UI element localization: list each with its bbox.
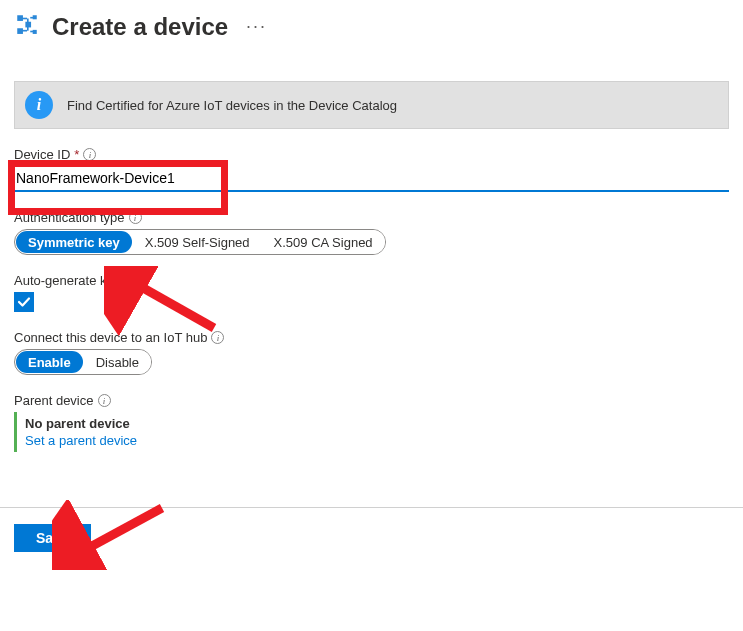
autogen-label: Auto-generate keys: [14, 273, 127, 288]
required-mark: *: [74, 147, 79, 162]
auth-option-x509-self-signed[interactable]: X.509 Self-Signed: [133, 230, 262, 254]
connect-hub-label: Connect this device to an IoT hub: [14, 330, 207, 345]
auth-type-field: Authentication type i Symmetric key X.50…: [14, 210, 729, 255]
parent-none-text: No parent device: [25, 416, 729, 431]
connect-hub-label-row: Connect this device to an IoT hub i: [14, 330, 729, 345]
info-icon: i: [25, 91, 53, 119]
svg-rect-5: [22, 18, 27, 20]
parent-label: Parent device: [14, 393, 94, 408]
footer-separator: [0, 507, 743, 508]
svg-rect-0: [17, 15, 23, 21]
autogen-field: Auto-generate keys i: [14, 273, 729, 312]
device-id-field: Device ID * i: [14, 147, 729, 192]
svg-rect-8: [30, 31, 33, 33]
title-row: Create a device ···: [14, 12, 729, 41]
svg-rect-1: [25, 22, 31, 28]
parent-label-row: Parent device i: [14, 393, 729, 408]
iot-device-icon: [14, 12, 40, 41]
save-button[interactable]: Save: [14, 524, 91, 552]
info-banner-text: Find Certified for Azure IoT devices in …: [63, 84, 409, 127]
more-actions-button[interactable]: ···: [240, 16, 273, 37]
info-icon-wrap: i: [15, 82, 63, 128]
info-hint-icon[interactable]: i: [211, 331, 224, 344]
svg-rect-6: [22, 30, 27, 32]
info-hint-icon[interactable]: i: [98, 394, 111, 407]
info-hint-icon[interactable]: i: [131, 274, 144, 287]
parent-box: No parent device Set a parent device: [14, 412, 729, 452]
set-parent-device-link[interactable]: Set a parent device: [25, 433, 729, 448]
info-hint-icon[interactable]: i: [129, 211, 142, 224]
auth-option-symmetric-key[interactable]: Symmetric key: [16, 231, 132, 253]
auth-type-label-row: Authentication type i: [14, 210, 729, 225]
connect-option-enable[interactable]: Enable: [16, 351, 83, 373]
svg-rect-10: [27, 27, 29, 31]
info-banner: i Find Certified for Azure IoT devices i…: [14, 81, 729, 129]
svg-rect-2: [17, 28, 23, 34]
auth-type-label: Authentication type: [14, 210, 125, 225]
autogen-checkbox[interactable]: [14, 292, 34, 312]
connect-hub-field: Connect this device to an IoT hub i Enab…: [14, 330, 729, 375]
page-title: Create a device: [52, 13, 228, 41]
svg-rect-9: [27, 19, 29, 23]
device-id-label: Device ID: [14, 147, 70, 162]
create-device-form: Create a device ··· i Find Certified for…: [0, 0, 743, 572]
device-id-input[interactable]: [14, 166, 729, 192]
svg-rect-7: [30, 17, 33, 19]
device-id-label-row: Device ID * i: [14, 147, 729, 162]
parent-device-field: Parent device i No parent device Set a p…: [14, 393, 729, 452]
info-hint-icon[interactable]: i: [83, 148, 96, 161]
auth-type-segmented: Symmetric key X.509 Self-Signed X.509 CA…: [14, 229, 386, 255]
connect-hub-segmented: Enable Disable: [14, 349, 152, 375]
autogen-label-row: Auto-generate keys i: [14, 273, 729, 288]
auth-option-x509-ca-signed[interactable]: X.509 CA Signed: [262, 230, 385, 254]
connect-option-disable[interactable]: Disable: [84, 350, 151, 374]
